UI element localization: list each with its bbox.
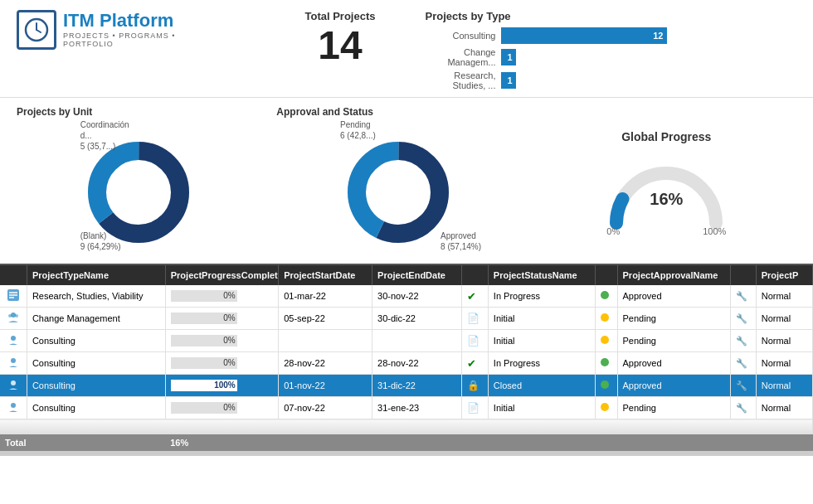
projects-by-unit-title: Projects by Unit (17, 106, 276, 118)
clock-icon (24, 17, 49, 42)
th-type: ProjectTypeName (27, 265, 165, 285)
row-proj: Normal (756, 308, 812, 330)
row-type: Consulting (27, 397, 165, 419)
table-row[interactable]: Consulting 0% 📄 Initial Pending 🔧 Normal (0, 330, 813, 352)
row-proj: Normal (756, 397, 812, 419)
row-start: 28-nov-22 (279, 352, 372, 375)
global-progress-title: Global Progress (621, 130, 711, 143)
th-status: ProjectStatusName (488, 265, 596, 285)
logo-title: ITM Platform (63, 12, 183, 30)
approval-status-chart: Approval and Status Pending6 (42,8...) A… (276, 106, 536, 264)
data-table-section: ProjectTypeName ProjectProgressComplete … (0, 264, 813, 504)
th-approval: ProjectApprovalName (617, 265, 730, 285)
horizontal-scrollbar[interactable] (0, 451, 813, 456)
th-approval-dot (596, 265, 617, 285)
row-type: Consulting (27, 352, 165, 375)
svg-line-2 (37, 30, 41, 32)
row-approval: Pending (617, 330, 730, 352)
row-end: 31-ene-23 (372, 397, 462, 419)
footer-label: Total (0, 434, 165, 452)
row-approval: Approved (617, 352, 730, 375)
row-end: 30-nov-22 (372, 285, 462, 308)
unit-donut-hole (108, 162, 169, 223)
total-projects-widget: Total Projects 14 (304, 10, 375, 65)
projects-table: ProjectTypeName ProjectProgressComplete … (0, 265, 813, 451)
row-status: In Progress (488, 352, 596, 375)
row-status-icon: ✔ (462, 352, 489, 375)
row-proj-icon: 🔧 (730, 352, 756, 375)
row-approval: Approved (617, 375, 730, 397)
row-progress: 0% (165, 330, 278, 352)
charts-section: Projects by Unit Coordinación d...5 (35,… (0, 98, 813, 264)
th-start: ProjectStartDate (279, 265, 372, 285)
svg-point-10 (8, 314, 12, 317)
total-projects-value: 14 (304, 26, 375, 65)
table-row[interactable]: Consulting 0% 07-nov-22 31-ene-23 📄 Init… (0, 397, 813, 419)
gauge-min: 0% (606, 226, 620, 236)
unit-top-label: Coordinación d...5 (35,7...) (80, 119, 139, 152)
row-progress: 0% (165, 308, 278, 330)
row-proj: Normal (756, 285, 812, 308)
gauge: 16% 0% 100% (600, 157, 733, 240)
bar-row-consulting: Consulting 12 (426, 27, 674, 44)
row-approval: Approved (617, 285, 730, 308)
svg-point-11 (15, 314, 18, 317)
row-proj-icon: 🔧 (730, 375, 756, 397)
row-status: Closed (488, 375, 596, 397)
bar-chart: Consulting 12 Change Managem... 1 Resear… (426, 27, 674, 90)
row-status: In Progress (488, 285, 596, 308)
row-start: 01-mar-22 (279, 285, 372, 308)
row-status-icon: 📄 (462, 330, 489, 352)
projects-by-type-widget: Projects by Type Consulting 12 Change Ma… (426, 10, 674, 90)
row-status-icon: ✔ (462, 285, 489, 308)
row-type: Change Management (27, 308, 165, 330)
row-icon (0, 330, 27, 352)
row-approval-dot (596, 375, 617, 397)
approval-top-label: Pending6 (42,8...) (340, 119, 406, 141)
row-proj-icon: 🔧 (730, 285, 756, 308)
table-row-highlighted[interactable]: Consulting 100% 01-nov-22 31-dic-22 🔒 Cl… (0, 375, 813, 397)
row-type: Consulting (27, 375, 165, 397)
header-stats: Total Projects 14 Projects by Type Consu… (183, 10, 796, 90)
donut-approval: Pending6 (42,8...) Approved8 (57,14%) (340, 123, 473, 255)
row-status-icon: 📄 (462, 397, 489, 419)
row-progress: 0% (165, 285, 278, 308)
svg-point-13 (11, 358, 16, 363)
th-progress: ProjectProgressComplete (165, 265, 278, 285)
row-status-icon: 📄 (462, 308, 489, 330)
logo-subtitle: PROJECTS • PROGRAMS • PORTFOLIO (63, 32, 183, 48)
th-status-icon (462, 265, 489, 285)
table-row[interactable]: Research, Studies, Viability 0% 01-mar-2… (0, 285, 813, 308)
row-status: Initial (488, 330, 596, 352)
table-row[interactable]: Consulting 0% 28-nov-22 28-nov-22 ✔ In P… (0, 352, 813, 375)
row-progress: 100% (165, 375, 278, 397)
projects-by-type-label: Projects by Type (426, 10, 674, 22)
unit-bottom-label: (Blank)9 (64,29%) (80, 230, 121, 252)
logo-itm: ITM (63, 10, 95, 31)
th-end: ProjectEndDate (372, 265, 462, 285)
approval-donut-svg (340, 134, 456, 250)
row-proj-icon: 🔧 (730, 397, 756, 419)
table-row[interactable]: Change Management 0% 05-sep-22 30-dic-22… (0, 308, 813, 330)
projects-by-unit-chart: Projects by Unit Coordinación d...5 (35,… (17, 106, 276, 264)
bar-fill-consulting: 12 (501, 27, 667, 44)
gauge-percent: 16% (650, 190, 683, 209)
row-icon (0, 397, 27, 419)
row-status: Initial (488, 308, 596, 330)
logo-area: ITM Platform PROJECTS • PROGRAMS • PORTF… (17, 10, 183, 50)
svg-point-14 (11, 380, 16, 385)
approval-bottom-label: Approved8 (57,14%) (441, 230, 481, 252)
header: ITM Platform PROJECTS • PROGRAMS • PORTF… (0, 0, 813, 98)
row-status-icon: 🔒 (462, 375, 489, 397)
th-proj: ProjectP (756, 265, 812, 285)
row-start: 05-sep-22 (279, 308, 372, 330)
row-approval-dot (596, 308, 617, 330)
row-icon (0, 285, 27, 308)
gauge-max: 100% (703, 226, 726, 236)
row-proj: Normal (756, 352, 812, 375)
row-icon (0, 352, 27, 375)
row-progress: 0% (165, 352, 278, 375)
row-type: Consulting (27, 330, 165, 352)
row-start: 07-nov-22 (279, 397, 372, 419)
bar-fill-change: 1 (501, 49, 516, 65)
